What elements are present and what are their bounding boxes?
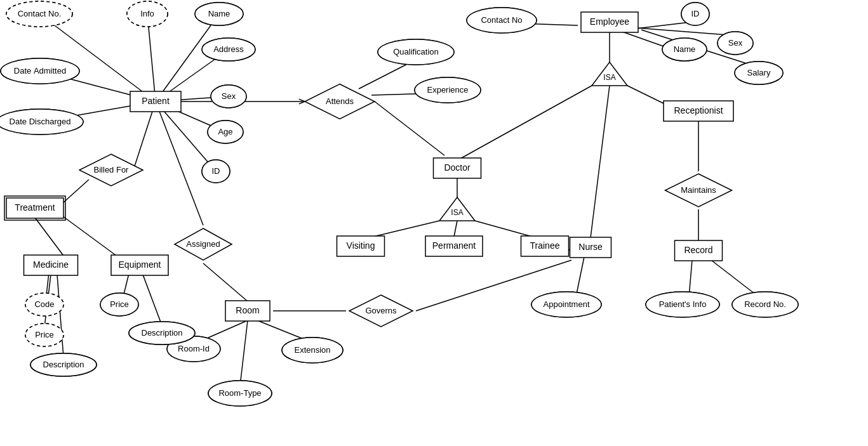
er-diagram — [0, 0, 868, 446]
